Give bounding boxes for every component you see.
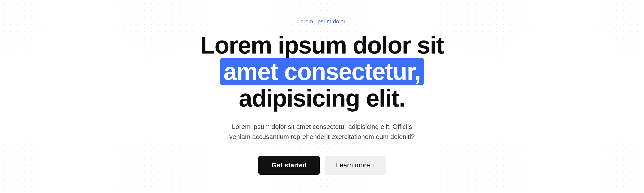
headline: Lorem ipsum dolor sit amet consectetur, … [194,32,450,112]
learn-more-button[interactable]: Learn more › [325,156,385,175]
hero-section: Lorem, ipsum dolor. Lorem ipsum dolor si… [184,18,460,175]
subheading-text: Lorem ipsum dolor sit amet consectetur a… [226,122,418,142]
cta-group: Get started Learn more › [258,156,385,175]
get-started-button[interactable]: Get started [258,156,320,175]
headline-highlight: amet consectetur, [220,58,424,85]
headline-after: adipisicing elit. [239,85,405,112]
chevron-right-icon: › [373,162,375,169]
learn-more-label: Learn more [336,161,370,169]
headline-before: Lorem ipsum dolor sit [200,32,444,59]
eyebrow-text: Lorem, ipsum dolor. [297,18,347,25]
